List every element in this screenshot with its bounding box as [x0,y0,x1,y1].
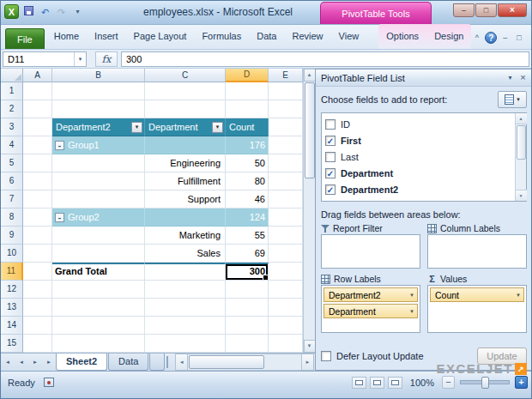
cell-E7[interactable] [269,190,303,209]
cell-B1[interactable] [52,82,145,100]
row-header-8[interactable]: 8 [1,209,23,227]
tab-options[interactable]: Options [378,24,426,49]
field-item-first[interactable]: ✓First [325,132,515,148]
cell-B9[interactable] [52,227,145,245]
cell-A3[interactable] [23,118,52,136]
cell-D11[interactable]: 300 [226,263,269,281]
cell-D7[interactable]: 46 [226,190,269,209]
cell-D15[interactable] [226,335,269,353]
tab-page-layout[interactable]: Page Layout [126,24,195,49]
tab-insert[interactable]: Insert [87,24,126,49]
minimize-workbook-icon[interactable]: – [499,33,511,44]
cell-C12[interactable] [145,281,226,299]
column-header-E[interactable]: E [269,69,303,82]
pane-header[interactable]: PivotTable Field List ▾ × [316,70,532,87]
cell-C11[interactable] [145,263,226,281]
field-item-last[interactable]: Last [325,148,515,165]
cell-B6[interactable] [52,172,145,190]
cell-E14[interactable] [269,317,303,335]
tab-data[interactable]: Data [249,24,284,49]
name-box-dropdown-icon[interactable]: ▾ [74,52,86,66]
checkbox-last[interactable] [325,152,336,162]
cell-A5[interactable] [23,154,52,172]
maximize-window-icon[interactable]: □ [475,3,497,17]
zoom-level[interactable]: 100% [410,378,434,388]
cell-E5[interactable] [269,154,303,172]
page-layout-view-icon[interactable] [370,377,384,389]
pane-close-icon[interactable]: × [517,71,529,84]
tab-split-handle[interactable] [166,356,172,368]
filter-dropdown-icon-department[interactable]: ▼ [212,122,223,133]
cell-E3[interactable] [269,118,303,136]
field-list-scrollbar[interactable]: ▲ ▼ [515,113,526,201]
tab-view[interactable]: View [331,24,367,49]
vertical-scroll-thumb[interactable] [305,82,315,178]
save-icon[interactable] [22,5,35,19]
tab-formulas[interactable]: Formulas [194,24,249,49]
excel-app-icon[interactable]: X [4,4,19,19]
cell-B2[interactable] [52,100,145,118]
cell-A15[interactable] [23,335,52,353]
row-header-2[interactable]: 2 [1,100,23,118]
values-area[interactable]: Count▼ [427,285,527,333]
cell-E9[interactable] [269,227,303,245]
field-scroll-down-icon[interactable]: ▼ [516,190,527,201]
cell-A12[interactable] [23,281,52,299]
row-header-6[interactable]: 6 [1,172,23,190]
row-header-15[interactable]: 15 [1,335,23,353]
redo-icon[interactable]: ↷ [55,5,68,19]
cell-D13[interactable] [226,299,269,317]
horizontal-scrollbar[interactable]: ◄ ► [175,354,314,371]
row-header-4[interactable]: 4 [1,136,23,154]
previous-sheet-icon[interactable]: ◄ [15,354,28,371]
zoom-in-icon[interactable]: + [515,376,528,389]
cell-E6[interactable] [269,172,303,190]
sheet-tab-sheet2[interactable]: Sheet2 [56,354,107,371]
collapse-icon-group2[interactable]: - [55,213,64,222]
row-header-3[interactable]: 3 [1,118,23,136]
horizontal-scroll-thumb[interactable] [189,355,264,369]
field-list-options-button[interactable]: ▾ [498,91,527,108]
select-all-corner[interactable] [1,69,23,82]
cell-D5[interactable]: 50 [226,154,269,172]
cell-B7[interactable] [52,190,145,209]
filter-dropdown-icon-department2[interactable]: ▼ [131,122,142,133]
qat-dropdown-icon[interactable]: ▾ [71,5,84,19]
macro-record-icon[interactable] [44,378,54,387]
cell-D9[interactable]: 55 [226,227,269,245]
cell-D3[interactable]: Count [226,118,269,136]
column-header-A[interactable]: A [23,69,52,82]
row-header-10[interactable]: 10 [1,245,23,263]
close-window-icon[interactable]: × [498,3,527,17]
next-sheet-icon[interactable]: ► [28,354,42,371]
cell-C2[interactable] [145,100,226,118]
cell-E10[interactable] [269,245,303,263]
zoom-slider[interactable] [460,380,510,384]
cell-C1[interactable] [145,82,226,100]
row-header-1[interactable]: 1 [1,82,23,100]
row-header-14[interactable]: 14 [1,317,23,335]
insert-function-button[interactable]: fx [95,51,118,67]
field-button-department[interactable]: Department▼ [323,304,418,318]
cell-B11[interactable]: Grand Total [52,263,145,281]
collapse-ribbon-icon[interactable]: ^ [471,33,482,44]
cell-A2[interactable] [23,100,52,118]
cell-A13[interactable] [23,299,52,317]
cell-E11[interactable] [269,263,303,281]
minimize-window-icon[interactable]: – [453,3,475,17]
cell-D4[interactable]: 176 [226,136,269,154]
field-item-id[interactable]: ID [325,116,515,132]
tab-review[interactable]: Review [284,24,330,49]
cell-B14[interactable] [52,317,145,335]
cell-B4[interactable]: -Group1 [52,136,145,154]
formula-content[interactable]: 300 [121,51,529,67]
cell-B12[interactable] [52,281,145,299]
page-break-view-icon[interactable] [388,377,402,389]
last-sheet-icon[interactable]: ► [42,354,56,371]
row-header-12[interactable]: 12 [1,281,23,299]
cell-C7[interactable]: Support [145,190,226,209]
field-item-department[interactable]: ✓Department [325,165,515,181]
cell-D1[interactable] [226,82,269,100]
first-sheet-icon[interactable]: ◄ [1,354,15,371]
cell-D2[interactable] [226,100,269,118]
